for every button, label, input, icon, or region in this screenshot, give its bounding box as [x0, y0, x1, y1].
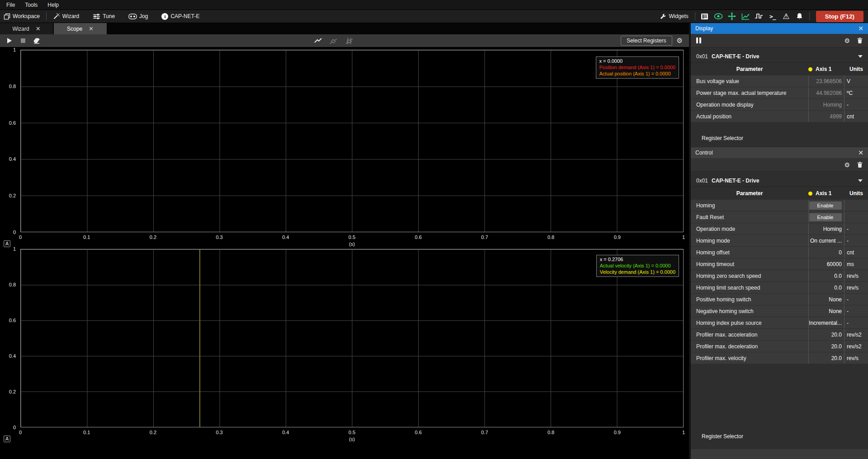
param-value-cell[interactable]: None: [808, 294, 844, 305]
param-value-cell[interactable]: None: [808, 305, 844, 317]
param-value: 20.0: [831, 332, 842, 338]
header-axis: Axis 1: [816, 66, 831, 72]
param-value-cell[interactable]: 0: [808, 247, 844, 258]
wrench-icon: [660, 13, 666, 20]
param-value-cell[interactable]: Incremental...: [808, 317, 844, 328]
warning-icon[interactable]: ⚠: [779, 11, 793, 22]
x-tick-label: 1: [682, 234, 685, 240]
table-row: Profiler max. acceleration 20.0 rev/s2: [691, 329, 868, 340]
register-selector-button[interactable]: Register Selector: [691, 129, 868, 147]
y-tick-label: 0.4: [9, 156, 16, 162]
param-name: Fault Reset: [691, 214, 808, 220]
param-unit: rev/s: [844, 273, 868, 279]
scope-cursor[interactable]: [199, 249, 200, 427]
widgets-button[interactable]: Widgets: [656, 11, 692, 22]
param-value-cell[interactable]: 60000: [808, 258, 844, 270]
drive-name: CAP-NET-E - Drive: [712, 178, 759, 184]
param-value-cell[interactable]: 20.0: [808, 329, 844, 340]
param-name: Profiler max. velocity: [691, 355, 808, 361]
param-value-cell[interactable]: 44.982086: [808, 87, 844, 98]
param-name: Negative homing switch: [691, 308, 808, 314]
close-icon[interactable]: ✕: [89, 25, 94, 32]
pause-icon[interactable]: [696, 37, 701, 43]
tab-scope[interactable]: Scope ✕: [54, 23, 107, 34]
plot-canvas[interactable]: x = 0.2706 Actual velocity (Axis 1) = 0.…: [20, 249, 684, 427]
workspace-button[interactable]: Workspace: [0, 11, 43, 22]
control-header[interactable]: Control ✕: [691, 147, 868, 158]
y-axis: 10.80.60.40.20: [0, 249, 18, 427]
close-icon[interactable]: ✕: [858, 25, 863, 32]
enable-button[interactable]: Enable: [809, 213, 842, 221]
plot-canvas[interactable]: x = 0.0000 Position demand (Axis 1) = 0.…: [20, 50, 684, 232]
eraser-icon[interactable]: [30, 35, 43, 46]
chart-line-icon[interactable]: [739, 11, 752, 22]
stop-button[interactable]: Stop (F12): [816, 11, 863, 22]
param-value-cell[interactable]: On current ...: [808, 235, 844, 246]
param-unit: -: [844, 320, 868, 326]
autoscale-button[interactable]: A: [4, 436, 10, 442]
gear-icon[interactable]: ⚙: [844, 37, 850, 44]
drive-selector[interactable]: 0x01 CAP-NET-E - Drive: [691, 50, 868, 63]
tab-label: Wizard: [12, 26, 29, 32]
param-value: Homing: [823, 102, 842, 108]
tab-wizard[interactable]: Wizard ✕: [0, 23, 53, 34]
close-icon[interactable]: ✕: [36, 25, 41, 32]
param-value-cell[interactable]: 23.968506: [808, 75, 844, 87]
param-value-cell[interactable]: 20.0: [808, 341, 844, 352]
param-value-cell[interactable]: Homing: [808, 99, 844, 110]
param-name: Bus voltage value: [691, 78, 808, 84]
device-button[interactable]: i CAP-NET-E: [158, 11, 203, 22]
param-unit: cnt: [844, 249, 868, 256]
param-value-cell[interactable]: 0.0: [808, 270, 844, 281]
x-tick-label: 0.1: [83, 234, 90, 240]
param-unit: -: [844, 226, 868, 232]
x-tick-label: 0.3: [216, 430, 222, 435]
display-header[interactable]: Display ✕: [691, 23, 868, 34]
play-icon[interactable]: [3, 35, 16, 46]
trash-icon[interactable]: [857, 37, 863, 44]
param-value-cell[interactable]: Homing: [808, 223, 844, 234]
terminal-icon[interactable]: >_: [766, 11, 779, 22]
table-row: Power stage max. actual temperature 44.9…: [691, 87, 868, 98]
param-value: None: [829, 296, 842, 303]
move-icon[interactable]: [725, 11, 739, 22]
param-value-cell[interactable]: 20.0: [808, 352, 844, 364]
gear-icon[interactable]: ⚙: [677, 37, 683, 45]
autoscale-button[interactable]: A: [4, 240, 10, 247]
gear-icon[interactable]: ⚙: [844, 161, 850, 169]
registers-table-icon[interactable]: [698, 11, 712, 22]
x-tick-label: 0.2: [150, 430, 156, 435]
menu-item[interactable]: File: [2, 0, 19, 9]
trash-icon[interactable]: [857, 162, 863, 168]
param-value-cell[interactable]: 0.0: [808, 282, 844, 293]
param-value-cell[interactable]: Enable: [808, 200, 844, 211]
pulse-icon[interactable]: [752, 11, 766, 22]
x-tick-label: 0: [19, 430, 22, 435]
close-icon[interactable]: ✕: [858, 149, 863, 156]
table-row: Profiler max. deceleration 20.0 rev/s2: [691, 341, 868, 352]
stop-icon[interactable]: [16, 35, 30, 46]
x-axis-label: (s): [20, 241, 684, 247]
split-plot-icon[interactable]: [345, 37, 354, 44]
param-value-cell[interactable]: Enable: [808, 211, 844, 223]
eye-icon[interactable]: [712, 11, 725, 22]
table-row: Operation mode Homing -: [691, 223, 868, 234]
menu-item[interactable]: Tools: [20, 0, 42, 9]
tune-button[interactable]: Tune: [89, 11, 118, 22]
multi-plot-icon[interactable]: [330, 37, 338, 44]
param-name: Actual position: [691, 113, 808, 120]
single-plot-icon[interactable]: [314, 38, 322, 44]
scope-toolbar: Select Registers ⚙: [0, 34, 689, 47]
bell-icon[interactable]: [793, 11, 807, 22]
jog-button[interactable]: Jog: [125, 11, 151, 21]
main-toolbar: Workspace Wizard Tune Jog i CAP-NET-E Wi…: [0, 10, 868, 23]
menu-item[interactable]: Help: [43, 0, 63, 9]
legend-series-entry: Actual position (Axis 1) = 0.0000: [599, 70, 675, 77]
enable-button[interactable]: Enable: [809, 201, 842, 210]
x-tick-label: 0.4: [282, 430, 289, 435]
wizard-button[interactable]: Wizard: [49, 11, 83, 22]
select-registers-button[interactable]: Select Registers: [621, 36, 672, 46]
register-selector-button[interactable]: Register Selector: [691, 427, 868, 445]
drive-selector[interactable]: 0x01 CAP-NET-E - Drive: [691, 174, 868, 187]
param-value-cell[interactable]: 4999: [808, 111, 844, 122]
